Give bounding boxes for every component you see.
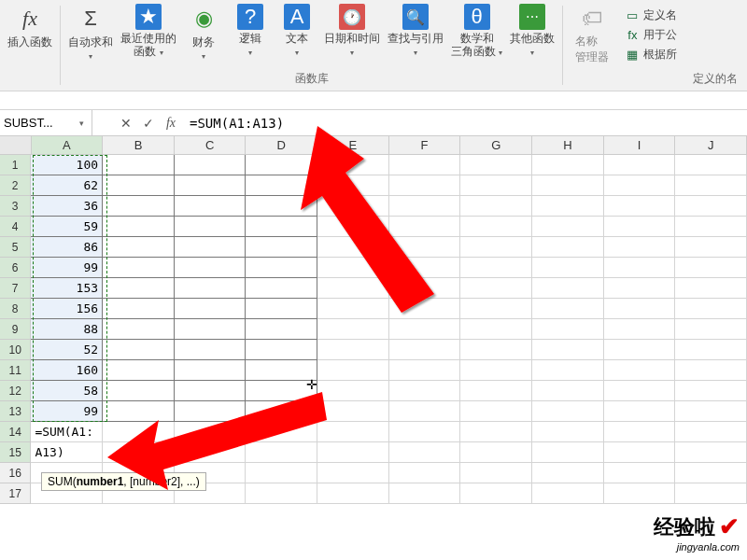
- recent-functions-button[interactable]: ★ 最近使用的 函数 ▾: [117, 2, 180, 65]
- row-header[interactable]: 1: [0, 155, 31, 175]
- cell[interactable]: [532, 155, 604, 175]
- datetime-button[interactable]: 🕐 日期和时间▾: [320, 2, 384, 65]
- cell[interactable]: [246, 217, 317, 237]
- define-name-button[interactable]: ▭定义名: [625, 6, 743, 25]
- col-header-a[interactable]: A: [32, 136, 104, 155]
- cell[interactable]: [389, 463, 461, 483]
- col-header-c[interactable]: C: [175, 136, 247, 155]
- cell[interactable]: [103, 401, 175, 422]
- cell[interactable]: [460, 381, 532, 401]
- cell[interactable]: [532, 237, 604, 258]
- row-header[interactable]: 4: [0, 217, 31, 237]
- cell[interactable]: [389, 422, 461, 442]
- cell[interactable]: [103, 360, 175, 381]
- cell[interactable]: [460, 175, 532, 196]
- cell[interactable]: [175, 422, 247, 442]
- cell[interactable]: 88: [31, 319, 103, 340]
- cell[interactable]: [103, 217, 175, 237]
- cell[interactable]: [460, 422, 532, 442]
- col-header-d[interactable]: D: [246, 136, 317, 155]
- row-header[interactable]: 9: [0, 319, 31, 340]
- cell[interactable]: 36: [31, 196, 103, 217]
- row-header[interactable]: 8: [0, 299, 31, 319]
- cell[interactable]: [389, 401, 461, 422]
- cell[interactable]: [389, 155, 461, 175]
- cell[interactable]: [246, 422, 317, 442]
- cell[interactable]: [460, 237, 532, 258]
- cell[interactable]: [317, 422, 389, 442]
- cell[interactable]: [460, 463, 532, 483]
- cell[interactable]: [389, 175, 461, 196]
- cell[interactable]: [675, 401, 747, 422]
- cell[interactable]: [175, 237, 247, 258]
- cell[interactable]: 153: [31, 278, 103, 299]
- cell[interactable]: [460, 155, 532, 175]
- cell[interactable]: [675, 217, 747, 237]
- cell[interactable]: [175, 155, 247, 175]
- cell[interactable]: [460, 217, 532, 237]
- cell[interactable]: [604, 196, 676, 217]
- name-manager-button[interactable]: 🏷 名称 管理器: [567, 2, 617, 67]
- cell[interactable]: [604, 319, 676, 340]
- cell[interactable]: [532, 319, 604, 340]
- cell[interactable]: [604, 155, 676, 175]
- cell[interactable]: 62: [31, 175, 103, 196]
- row-header[interactable]: 17: [0, 483, 31, 504]
- cell[interactable]: [604, 401, 676, 422]
- cell[interactable]: [675, 258, 747, 278]
- cell[interactable]: [532, 217, 604, 237]
- row-header[interactable]: 6: [0, 258, 31, 278]
- cell[interactable]: [103, 340, 175, 360]
- cell[interactable]: [103, 299, 175, 319]
- cell[interactable]: [604, 278, 676, 299]
- cell[interactable]: [317, 175, 389, 196]
- cell[interactable]: [246, 360, 317, 381]
- chevron-down-icon[interactable]: ▾: [76, 119, 88, 128]
- cell[interactable]: [604, 463, 676, 483]
- cell[interactable]: [246, 442, 317, 463]
- cell[interactable]: [317, 237, 389, 258]
- cancel-button[interactable]: ✕: [115, 110, 137, 135]
- cell[interactable]: [604, 442, 676, 463]
- finance-button[interactable]: ◉ 财务▾: [180, 2, 227, 65]
- cell[interactable]: [604, 483, 676, 504]
- cell[interactable]: [317, 442, 389, 463]
- cell[interactable]: [175, 217, 247, 237]
- cell[interactable]: [675, 483, 747, 504]
- cell[interactable]: [175, 442, 247, 463]
- cell[interactable]: [175, 340, 247, 360]
- cell[interactable]: [246, 319, 317, 340]
- math-trig-button[interactable]: θ 数学和 三角函数 ▾: [447, 2, 506, 65]
- cell[interactable]: [389, 319, 461, 340]
- cell[interactable]: [675, 463, 747, 483]
- cell[interactable]: [604, 340, 676, 360]
- cell[interactable]: [175, 258, 247, 278]
- confirm-button[interactable]: ✓: [137, 110, 160, 135]
- col-header-j[interactable]: J: [675, 136, 747, 155]
- cell[interactable]: [675, 237, 747, 258]
- row-header[interactable]: 13: [0, 401, 31, 422]
- cell[interactable]: [532, 422, 604, 442]
- cell[interactable]: 99: [31, 258, 103, 278]
- cell[interactable]: 160: [31, 360, 103, 381]
- cell[interactable]: [604, 360, 676, 381]
- cell[interactable]: [604, 381, 676, 401]
- cell[interactable]: [103, 237, 175, 258]
- cell[interactable]: 52: [31, 340, 103, 360]
- col-header-g[interactable]: G: [460, 136, 532, 155]
- row-header[interactable]: 2: [0, 175, 31, 196]
- other-functions-button[interactable]: ⋯ 其他函数▾: [506, 2, 558, 65]
- cell[interactable]: [675, 340, 747, 360]
- cell[interactable]: [317, 381, 389, 401]
- cell[interactable]: [317, 278, 389, 299]
- cell[interactable]: [460, 340, 532, 360]
- cell[interactable]: [460, 319, 532, 340]
- cell[interactable]: [460, 442, 532, 463]
- name-box[interactable]: SUBST... ▾: [0, 110, 92, 135]
- cell[interactable]: [675, 319, 747, 340]
- cell[interactable]: [675, 155, 747, 175]
- cell[interactable]: [604, 299, 676, 319]
- col-header-f[interactable]: F: [389, 136, 461, 155]
- cell[interactable]: [389, 483, 461, 504]
- cell[interactable]: [389, 381, 461, 401]
